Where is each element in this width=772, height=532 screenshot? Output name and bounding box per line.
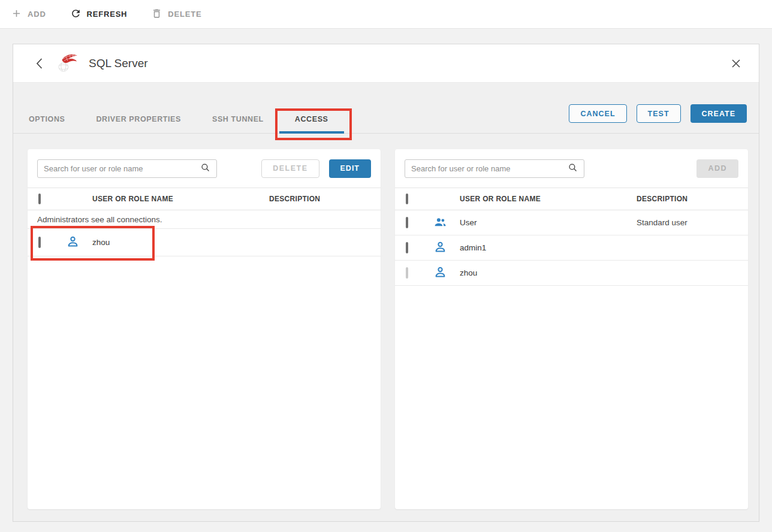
back-chevron-icon[interactable]	[31, 56, 47, 71]
search-icon	[200, 162, 210, 175]
row-name: User	[454, 218, 637, 227]
edit-button[interactable]: EDIT	[329, 159, 371, 178]
search-icon	[568, 162, 578, 175]
granted-panel-toolbar: DELETE EDIT	[28, 149, 381, 188]
available-search-input[interactable]	[411, 164, 568, 173]
available-col-name: USER OR ROLE NAME	[454, 195, 637, 203]
user-icon	[433, 265, 447, 281]
user-icon	[66, 235, 80, 250]
dialog-actions: CANCEL TEST CREATE	[569, 104, 747, 123]
test-button[interactable]: TEST	[637, 104, 681, 123]
granted-col-name: USER OR ROLE NAME	[86, 195, 269, 203]
granted-select-all-checkbox[interactable]	[38, 194, 41, 204]
tab-driver-properties[interactable]: DRIVER PROPERTIES	[80, 105, 196, 133]
available-table-header: USER OR ROLE NAME DESCRIPTION	[395, 188, 748, 210]
row-name: admin1	[454, 243, 637, 252]
user-icon	[433, 240, 447, 256]
delete-label: DELETE	[168, 10, 201, 19]
top-toolbar: ADD REFRESH DELETE	[0, 0, 772, 29]
revoke-delete-button[interactable]: DELETE	[261, 159, 319, 178]
table-row-granted-zhou[interactable]: zhou	[28, 229, 381, 256]
available-users-panel: ADD USER OR ROLE NAME DESCRIPTION	[395, 149, 748, 509]
available-select-all-checkbox[interactable]	[406, 194, 408, 204]
row-name: zhou	[86, 238, 269, 247]
tab-ssh-tunnel[interactable]: SSH TUNNEL	[197, 105, 279, 133]
row-name: zhou	[454, 268, 637, 277]
granted-col-description: DESCRIPTION	[269, 195, 381, 203]
connection-dialog: SQL Server OPTIONS DRIVER PROPERTIES SSH…	[13, 44, 759, 522]
row-checkbox-disabled	[406, 267, 408, 279]
refresh-icon	[70, 8, 82, 21]
tab-options[interactable]: OPTIONS	[13, 105, 80, 133]
sql-server-logo-icon	[56, 51, 79, 76]
row-checkbox[interactable]	[38, 237, 41, 248]
table-row-available-admin1[interactable]: admin1	[395, 235, 748, 261]
available-panel-toolbar: ADD	[395, 149, 748, 188]
add-label: ADD	[28, 10, 46, 19]
refresh-button[interactable]: REFRESH	[70, 8, 128, 21]
admins-note: Administrators see all connections.	[28, 210, 381, 229]
granted-search-input[interactable]	[44, 164, 200, 173]
close-icon[interactable]	[728, 55, 744, 72]
table-row-available-user[interactable]: User Standard user	[395, 210, 748, 235]
cancel-button[interactable]: CANCEL	[569, 104, 626, 123]
available-search-box	[405, 159, 584, 178]
create-button[interactable]: CREATE	[690, 104, 747, 123]
refresh-label: REFRESH	[87, 10, 128, 19]
plus-icon	[11, 8, 22, 21]
granted-search-box	[37, 159, 217, 178]
grant-add-button[interactable]: ADD	[696, 159, 738, 178]
available-col-description: DESCRIPTION	[637, 195, 748, 203]
row-description: Standard user	[637, 218, 748, 227]
tab-access[interactable]: ACCESS	[279, 105, 344, 133]
trash-icon	[151, 8, 162, 21]
team-icon	[433, 215, 447, 231]
delete-connection-button[interactable]: DELETE	[151, 8, 201, 21]
table-row-available-zhou[interactable]: zhou	[395, 261, 748, 286]
add-connection-button[interactable]: ADD	[11, 8, 46, 21]
granted-table-header: USER OR ROLE NAME DESCRIPTION	[28, 188, 381, 210]
row-checkbox[interactable]	[406, 242, 408, 253]
dialog-title: SQL Server	[89, 57, 148, 70]
dialog-header: SQL Server	[13, 44, 759, 83]
row-checkbox[interactable]	[406, 217, 408, 228]
granted-users-panel: DELETE EDIT USER OR ROLE NAME DESCRIPTIO…	[28, 149, 381, 509]
